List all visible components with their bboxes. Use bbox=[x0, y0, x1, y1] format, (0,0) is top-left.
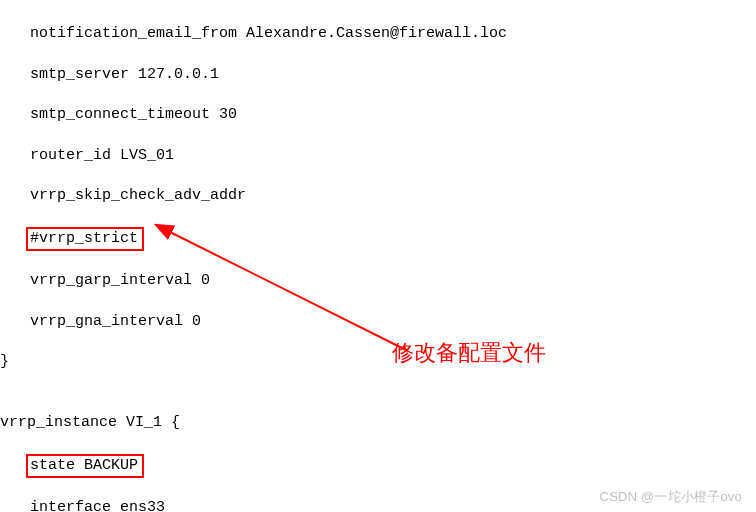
code-line: vrrp_skip_check_adv_addr bbox=[0, 186, 756, 206]
code-line: #vrrp_strict bbox=[0, 227, 756, 251]
code-line: notification_email_from Alexandre.Cassen… bbox=[0, 24, 756, 44]
code-line: vrrp_instance VI_1 { bbox=[0, 413, 756, 433]
code-line: state BACKUP bbox=[0, 454, 756, 478]
watermark-text: CSDN @一坨小橙子ovo bbox=[600, 488, 742, 506]
config-code-block: notification_email_from Alexandre.Cassen… bbox=[0, 0, 756, 512]
code-line: vrrp_gna_interval 0 bbox=[0, 312, 756, 332]
annotation-label: 修改备配置文件 bbox=[392, 338, 546, 368]
code-line: router_id LVS_01 bbox=[0, 146, 756, 166]
code-line: smtp_server 127.0.0.1 bbox=[0, 65, 756, 85]
code-line: smtp_connect_timeout 30 bbox=[0, 105, 756, 125]
highlight-box-1: #vrrp_strict bbox=[26, 227, 144, 251]
code-line: } bbox=[0, 352, 756, 372]
code-line: vrrp_garp_interval 0 bbox=[0, 271, 756, 291]
highlight-box-2: state BACKUP bbox=[26, 454, 144, 478]
